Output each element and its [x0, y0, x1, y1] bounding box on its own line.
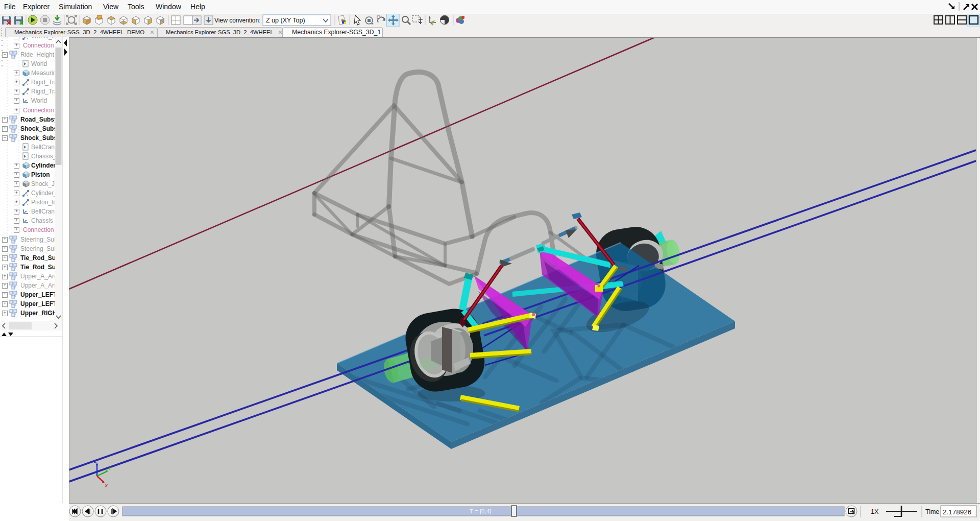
svg-text:View convention:: View convention:	[214, 17, 261, 24]
svg-text:Time: Time	[925, 508, 939, 515]
svg-text:T = [0,4]: T = [0,4]	[470, 508, 491, 514]
svg-text:Y: Y	[108, 466, 112, 471]
svg-text:X: X	[104, 483, 108, 488]
svg-text:2.178926: 2.178926	[943, 508, 971, 516]
svg-text:Z up (XY Top): Z up (XY Top)	[266, 17, 305, 24]
svg-text:1X: 1X	[871, 508, 879, 515]
svg-text:Z: Z	[93, 459, 97, 464]
